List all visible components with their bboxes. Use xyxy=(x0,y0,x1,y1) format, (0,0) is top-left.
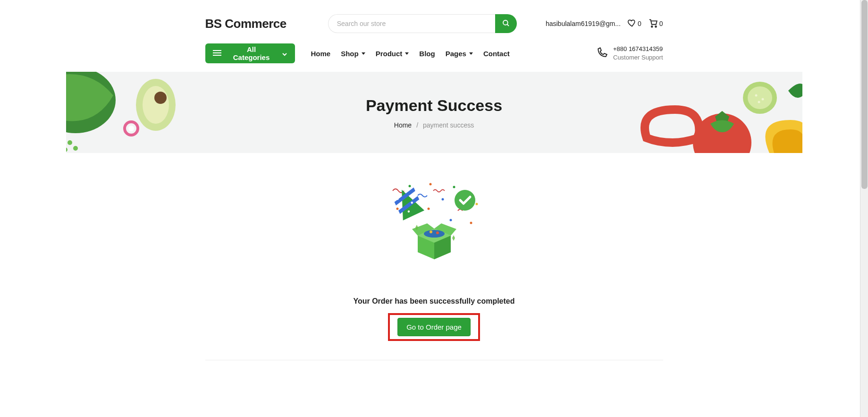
heart-icon xyxy=(627,18,637,29)
nav-contact[interactable]: Contact xyxy=(483,50,510,58)
cart-icon xyxy=(648,18,658,30)
decorative-produce-right xyxy=(628,72,802,153)
svg-point-28 xyxy=(475,203,478,205)
success-illustration xyxy=(387,181,481,264)
main-nav: Home Shop Product Blog Pages Contact xyxy=(311,50,510,58)
cart-link[interactable]: 0 xyxy=(648,18,663,30)
svg-point-23 xyxy=(429,183,431,186)
svg-point-30 xyxy=(470,222,472,224)
svg-point-13 xyxy=(67,140,72,145)
svg-point-22 xyxy=(408,185,411,187)
chevron-down-icon xyxy=(282,50,287,58)
chevron-down-icon xyxy=(405,52,409,55)
nav-shop[interactable]: Shop xyxy=(341,50,365,58)
svg-point-21 xyxy=(758,101,760,103)
breadcrumb-current: payment success xyxy=(423,121,474,129)
wishlist-link[interactable]: 0 xyxy=(627,18,641,29)
search-bar xyxy=(328,14,517,33)
phone-icon xyxy=(596,46,608,60)
chevron-down-icon xyxy=(469,52,473,55)
customer-support[interactable]: +880 1674314359 Customer Support xyxy=(596,45,663,61)
breadcrumb-home[interactable]: Home xyxy=(394,121,412,129)
nav-home[interactable]: Home xyxy=(311,50,331,58)
cart-count: 0 xyxy=(659,20,663,27)
svg-point-9 xyxy=(143,86,169,124)
svg-point-20 xyxy=(761,98,764,101)
svg-point-45 xyxy=(430,230,432,233)
support-label: Customer Support xyxy=(613,53,663,62)
svg-point-3 xyxy=(655,26,657,27)
svg-point-24 xyxy=(396,208,398,210)
svg-point-10 xyxy=(154,92,167,104)
svg-point-44 xyxy=(424,230,445,238)
svg-point-2 xyxy=(651,26,653,27)
svg-line-1 xyxy=(507,24,508,26)
svg-point-0 xyxy=(503,20,508,25)
svg-point-27 xyxy=(453,186,455,188)
scrollbar[interactable] xyxy=(860,0,868,379)
svg-point-46 xyxy=(436,231,439,234)
svg-point-26 xyxy=(427,208,430,210)
decorative-produce-left xyxy=(66,72,184,153)
support-phone: +880 1674314359 xyxy=(613,45,663,53)
svg-point-25 xyxy=(441,198,444,201)
nav-product[interactable]: Product xyxy=(376,50,409,58)
svg-point-15 xyxy=(66,147,67,152)
breadcrumb-separator: / xyxy=(416,121,418,129)
breadcrumb: Home / payment success xyxy=(394,121,474,129)
svg-point-14 xyxy=(73,146,78,151)
nav-shop-label: Shop xyxy=(341,50,359,58)
svg-point-18 xyxy=(748,86,772,109)
success-message: Your Order has been successfully complet… xyxy=(66,297,802,306)
go-to-order-button[interactable]: Go to Order page xyxy=(397,318,471,336)
chevron-down-icon xyxy=(362,52,365,55)
menu-icon xyxy=(213,50,221,58)
nav-pages-label: Pages xyxy=(446,50,466,58)
divider xyxy=(205,360,663,360)
nav-blog[interactable]: Blog xyxy=(419,50,435,58)
wishlist-count: 0 xyxy=(638,20,641,27)
search-icon xyxy=(502,19,510,29)
page-title: Payment Success xyxy=(366,96,502,115)
all-categories-button[interactable]: All Categories xyxy=(205,43,295,63)
svg-point-12 xyxy=(128,126,134,131)
svg-point-38 xyxy=(455,190,475,211)
page-hero: Payment Success Home / payment success xyxy=(66,72,802,153)
user-email[interactable]: hasibulalam61919@gm... xyxy=(546,20,621,27)
search-input[interactable] xyxy=(328,14,495,33)
search-button[interactable] xyxy=(495,14,517,33)
cta-highlight-box: Go to Order page xyxy=(388,313,480,341)
svg-point-19 xyxy=(755,94,757,97)
all-categories-label: All Categories xyxy=(228,45,275,61)
nav-product-label: Product xyxy=(376,50,403,58)
nav-pages[interactable]: Pages xyxy=(446,50,473,58)
svg-point-29 xyxy=(449,219,452,221)
scrollbar-thumb[interactable] xyxy=(861,0,868,189)
site-logo[interactable]: BS Commerce xyxy=(205,17,287,31)
